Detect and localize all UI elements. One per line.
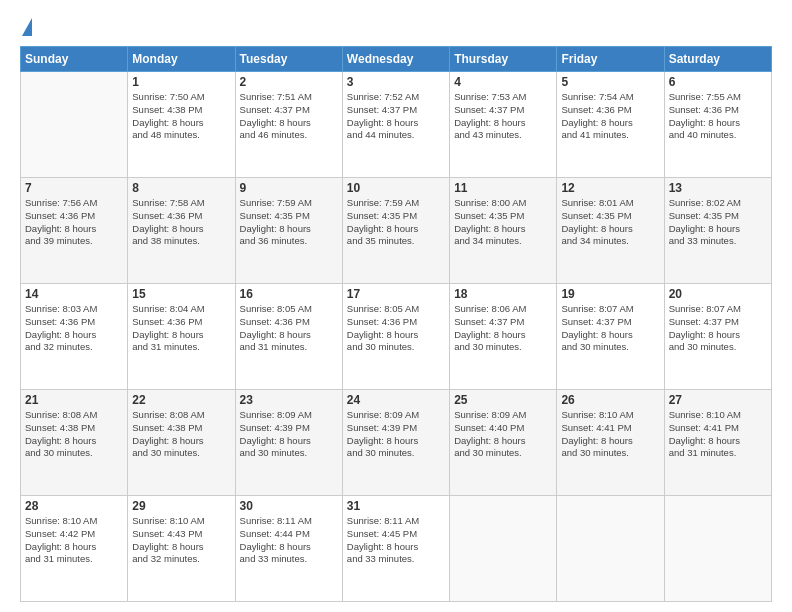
weekday-header-tuesday: Tuesday (235, 47, 342, 72)
cell-info: Sunrise: 8:03 AM Sunset: 4:36 PM Dayligh… (25, 303, 123, 354)
cell-info: Sunrise: 8:10 AM Sunset: 4:41 PM Dayligh… (561, 409, 659, 460)
calendar-cell: 22Sunrise: 8:08 AM Sunset: 4:38 PM Dayli… (128, 390, 235, 496)
calendar-cell (664, 496, 771, 602)
calendar-cell: 2Sunrise: 7:51 AM Sunset: 4:37 PM Daylig… (235, 72, 342, 178)
calendar-cell: 10Sunrise: 7:59 AM Sunset: 4:35 PM Dayli… (342, 178, 449, 284)
day-number: 21 (25, 393, 123, 407)
logo (20, 18, 32, 38)
day-number: 9 (240, 181, 338, 195)
calendar-week-row: 21Sunrise: 8:08 AM Sunset: 4:38 PM Dayli… (21, 390, 772, 496)
day-number: 6 (669, 75, 767, 89)
cell-info: Sunrise: 8:08 AM Sunset: 4:38 PM Dayligh… (25, 409, 123, 460)
weekday-header-row: SundayMondayTuesdayWednesdayThursdayFrid… (21, 47, 772, 72)
calendar-cell: 18Sunrise: 8:06 AM Sunset: 4:37 PM Dayli… (450, 284, 557, 390)
calendar-week-row: 7Sunrise: 7:56 AM Sunset: 4:36 PM Daylig… (21, 178, 772, 284)
calendar-cell: 13Sunrise: 8:02 AM Sunset: 4:35 PM Dayli… (664, 178, 771, 284)
calendar-cell: 6Sunrise: 7:55 AM Sunset: 4:36 PM Daylig… (664, 72, 771, 178)
cell-info: Sunrise: 7:58 AM Sunset: 4:36 PM Dayligh… (132, 197, 230, 248)
calendar-cell: 9Sunrise: 7:59 AM Sunset: 4:35 PM Daylig… (235, 178, 342, 284)
cell-info: Sunrise: 8:02 AM Sunset: 4:35 PM Dayligh… (669, 197, 767, 248)
day-number: 11 (454, 181, 552, 195)
day-number: 7 (25, 181, 123, 195)
calendar-week-row: 28Sunrise: 8:10 AM Sunset: 4:42 PM Dayli… (21, 496, 772, 602)
calendar-cell: 15Sunrise: 8:04 AM Sunset: 4:36 PM Dayli… (128, 284, 235, 390)
day-number: 8 (132, 181, 230, 195)
calendar-cell: 25Sunrise: 8:09 AM Sunset: 4:40 PM Dayli… (450, 390, 557, 496)
weekday-header-thursday: Thursday (450, 47, 557, 72)
calendar-cell: 20Sunrise: 8:07 AM Sunset: 4:37 PM Dayli… (664, 284, 771, 390)
day-number: 18 (454, 287, 552, 301)
logo-triangle-icon (22, 18, 32, 36)
cell-info: Sunrise: 7:50 AM Sunset: 4:38 PM Dayligh… (132, 91, 230, 142)
day-number: 23 (240, 393, 338, 407)
calendar-cell (557, 496, 664, 602)
header (20, 18, 772, 38)
calendar-cell: 16Sunrise: 8:05 AM Sunset: 4:36 PM Dayli… (235, 284, 342, 390)
page: SundayMondayTuesdayWednesdayThursdayFrid… (0, 0, 792, 612)
day-number: 28 (25, 499, 123, 513)
day-number: 31 (347, 499, 445, 513)
day-number: 2 (240, 75, 338, 89)
cell-info: Sunrise: 8:10 AM Sunset: 4:41 PM Dayligh… (669, 409, 767, 460)
cell-info: Sunrise: 7:55 AM Sunset: 4:36 PM Dayligh… (669, 91, 767, 142)
calendar-cell (450, 496, 557, 602)
day-number: 14 (25, 287, 123, 301)
calendar-cell: 14Sunrise: 8:03 AM Sunset: 4:36 PM Dayli… (21, 284, 128, 390)
calendar-cell: 8Sunrise: 7:58 AM Sunset: 4:36 PM Daylig… (128, 178, 235, 284)
weekday-header-sunday: Sunday (21, 47, 128, 72)
cell-info: Sunrise: 8:10 AM Sunset: 4:42 PM Dayligh… (25, 515, 123, 566)
cell-info: Sunrise: 8:05 AM Sunset: 4:36 PM Dayligh… (347, 303, 445, 354)
cell-info: Sunrise: 8:09 AM Sunset: 4:39 PM Dayligh… (347, 409, 445, 460)
calendar-cell: 17Sunrise: 8:05 AM Sunset: 4:36 PM Dayli… (342, 284, 449, 390)
day-number: 5 (561, 75, 659, 89)
day-number: 10 (347, 181, 445, 195)
calendar-week-row: 14Sunrise: 8:03 AM Sunset: 4:36 PM Dayli… (21, 284, 772, 390)
cell-info: Sunrise: 8:06 AM Sunset: 4:37 PM Dayligh… (454, 303, 552, 354)
calendar-week-row: 1Sunrise: 7:50 AM Sunset: 4:38 PM Daylig… (21, 72, 772, 178)
day-number: 4 (454, 75, 552, 89)
day-number: 3 (347, 75, 445, 89)
cell-info: Sunrise: 8:09 AM Sunset: 4:40 PM Dayligh… (454, 409, 552, 460)
cell-info: Sunrise: 7:52 AM Sunset: 4:37 PM Dayligh… (347, 91, 445, 142)
day-number: 15 (132, 287, 230, 301)
day-number: 22 (132, 393, 230, 407)
cell-info: Sunrise: 8:09 AM Sunset: 4:39 PM Dayligh… (240, 409, 338, 460)
cell-info: Sunrise: 7:59 AM Sunset: 4:35 PM Dayligh… (240, 197, 338, 248)
calendar-cell: 29Sunrise: 8:10 AM Sunset: 4:43 PM Dayli… (128, 496, 235, 602)
calendar-cell: 27Sunrise: 8:10 AM Sunset: 4:41 PM Dayli… (664, 390, 771, 496)
day-number: 24 (347, 393, 445, 407)
cell-info: Sunrise: 8:07 AM Sunset: 4:37 PM Dayligh… (561, 303, 659, 354)
cell-info: Sunrise: 8:07 AM Sunset: 4:37 PM Dayligh… (669, 303, 767, 354)
cell-info: Sunrise: 7:53 AM Sunset: 4:37 PM Dayligh… (454, 91, 552, 142)
weekday-header-wednesday: Wednesday (342, 47, 449, 72)
day-number: 26 (561, 393, 659, 407)
weekday-header-saturday: Saturday (664, 47, 771, 72)
day-number: 19 (561, 287, 659, 301)
calendar-table: SundayMondayTuesdayWednesdayThursdayFrid… (20, 46, 772, 602)
day-number: 27 (669, 393, 767, 407)
day-number: 1 (132, 75, 230, 89)
cell-info: Sunrise: 8:00 AM Sunset: 4:35 PM Dayligh… (454, 197, 552, 248)
day-number: 25 (454, 393, 552, 407)
calendar-cell: 5Sunrise: 7:54 AM Sunset: 4:36 PM Daylig… (557, 72, 664, 178)
cell-info: Sunrise: 8:05 AM Sunset: 4:36 PM Dayligh… (240, 303, 338, 354)
calendar-cell: 12Sunrise: 8:01 AM Sunset: 4:35 PM Dayli… (557, 178, 664, 284)
cell-info: Sunrise: 8:10 AM Sunset: 4:43 PM Dayligh… (132, 515, 230, 566)
cell-info: Sunrise: 8:08 AM Sunset: 4:38 PM Dayligh… (132, 409, 230, 460)
weekday-header-monday: Monday (128, 47, 235, 72)
weekday-header-friday: Friday (557, 47, 664, 72)
calendar-cell: 23Sunrise: 8:09 AM Sunset: 4:39 PM Dayli… (235, 390, 342, 496)
calendar-cell: 7Sunrise: 7:56 AM Sunset: 4:36 PM Daylig… (21, 178, 128, 284)
cell-info: Sunrise: 7:54 AM Sunset: 4:36 PM Dayligh… (561, 91, 659, 142)
cell-info: Sunrise: 8:11 AM Sunset: 4:44 PM Dayligh… (240, 515, 338, 566)
calendar-cell: 19Sunrise: 8:07 AM Sunset: 4:37 PM Dayli… (557, 284, 664, 390)
calendar-cell: 21Sunrise: 8:08 AM Sunset: 4:38 PM Dayli… (21, 390, 128, 496)
calendar-cell: 31Sunrise: 8:11 AM Sunset: 4:45 PM Dayli… (342, 496, 449, 602)
day-number: 16 (240, 287, 338, 301)
cell-info: Sunrise: 7:59 AM Sunset: 4:35 PM Dayligh… (347, 197, 445, 248)
day-number: 29 (132, 499, 230, 513)
calendar-cell: 4Sunrise: 7:53 AM Sunset: 4:37 PM Daylig… (450, 72, 557, 178)
calendar-cell: 11Sunrise: 8:00 AM Sunset: 4:35 PM Dayli… (450, 178, 557, 284)
day-number: 17 (347, 287, 445, 301)
cell-info: Sunrise: 8:04 AM Sunset: 4:36 PM Dayligh… (132, 303, 230, 354)
